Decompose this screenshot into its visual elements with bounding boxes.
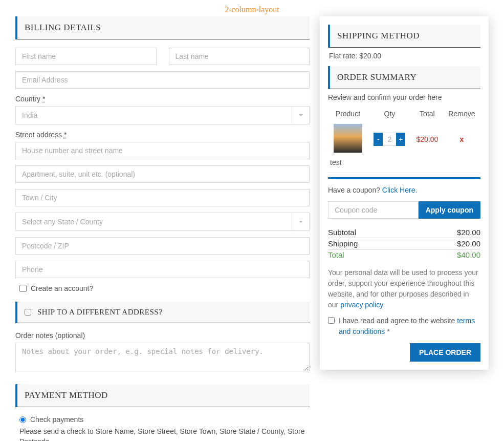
place-order-button[interactable]: PLACE ORDER bbox=[410, 343, 480, 362]
billing-heading: BILLING DETAILS bbox=[15, 16, 310, 39]
privacy-note: Your personal data will be used to proce… bbox=[328, 267, 480, 310]
qty-value[interactable]: 2 bbox=[383, 133, 396, 146]
postcode-input[interactable] bbox=[15, 237, 310, 255]
street-label: Street address * bbox=[15, 131, 310, 139]
col-total: Total bbox=[411, 107, 443, 121]
privacy-policy-link[interactable]: privacy policy bbox=[340, 301, 383, 309]
totals-table: Subtotal $20.00 Shipping $20.00 Total $4… bbox=[328, 227, 480, 260]
chevron-down-icon bbox=[292, 107, 309, 124]
country-select[interactable]: India bbox=[15, 106, 310, 124]
quantity-stepper: - 2 + bbox=[374, 133, 405, 146]
ship-different-heading: SHIP TO A DIFFERENT ADDRESS? bbox=[15, 302, 310, 323]
chevron-down-icon bbox=[292, 213, 309, 230]
product-thumbnail bbox=[334, 124, 362, 153]
order-item-row: - 2 + $20.00 x bbox=[328, 121, 480, 157]
right-column: SHIPPING METHOD Flat rate: $20.00 ORDER … bbox=[320, 16, 489, 370]
order-summary-heading: ORDER SUMMARY bbox=[328, 66, 480, 89]
flat-rate-text: Flat rate: $20.00 bbox=[328, 52, 480, 60]
total-label: Total bbox=[328, 249, 413, 261]
item-total: $20.00 bbox=[411, 121, 443, 157]
coupon-toggle-link[interactable]: Click Here. bbox=[382, 186, 417, 194]
payment-heading: PAYMENT METHOD bbox=[15, 384, 310, 407]
payment-check-desc: Please send a check to Store Name, Store… bbox=[19, 427, 310, 441]
order-notes-label: Order notes (optional) bbox=[15, 331, 310, 340]
state-select[interactable]: Select any State / County bbox=[15, 213, 310, 231]
layout-label: 2-column-layout bbox=[15, 5, 489, 14]
payment-check-option[interactable]: Check payments bbox=[19, 415, 310, 424]
col-qty: Qty bbox=[368, 107, 411, 121]
city-input[interactable] bbox=[15, 189, 310, 206]
ship-different-checkbox[interactable] bbox=[25, 309, 31, 316]
qty-plus-button[interactable]: + bbox=[396, 133, 405, 146]
checkout-container: BILLING DETAILS Country * India Street a… bbox=[15, 16, 489, 441]
order-items-table: Product Qty Total Remove - 2 + bbox=[328, 107, 480, 157]
street1-input[interactable] bbox=[15, 142, 310, 159]
shipping-value: $20.00 bbox=[413, 238, 480, 249]
email-input[interactable] bbox=[15, 71, 310, 89]
create-account-label: Create an account? bbox=[31, 284, 93, 292]
remove-item-button[interactable]: x bbox=[460, 135, 464, 143]
shipping-label: Shipping bbox=[328, 238, 413, 249]
review-text: Review and confirm your order here bbox=[328, 93, 480, 101]
total-value: $40.00 bbox=[413, 249, 480, 261]
subtotal-value: $20.00 bbox=[413, 227, 480, 238]
order-notes-textarea[interactable] bbox=[15, 343, 310, 371]
terms-checkbox[interactable] bbox=[328, 317, 335, 324]
apply-coupon-button[interactable]: Apply coupon bbox=[419, 201, 480, 219]
country-label: Country * bbox=[15, 95, 310, 103]
create-account-checkbox[interactable] bbox=[19, 285, 27, 292]
col-remove: Remove bbox=[443, 107, 480, 121]
first-name-input[interactable] bbox=[15, 48, 157, 65]
subtotal-label: Subtotal bbox=[328, 227, 413, 238]
left-column: BILLING DETAILS Country * India Street a… bbox=[15, 16, 310, 441]
col-product: Product bbox=[328, 107, 368, 121]
shipping-method-heading: SHIPPING METHOD bbox=[328, 25, 480, 48]
phone-input[interactable] bbox=[15, 261, 310, 278]
coupon-input[interactable] bbox=[328, 201, 419, 219]
last-name-input[interactable] bbox=[169, 48, 310, 65]
street2-input[interactable] bbox=[15, 165, 310, 183]
terms-label: I have read and agree to the website ter… bbox=[339, 316, 480, 337]
qty-minus-button[interactable]: - bbox=[374, 133, 383, 146]
item-name: test bbox=[328, 157, 480, 173]
payment-check-radio[interactable] bbox=[19, 416, 26, 423]
coupon-prompt: Have a coupon? Click Here. bbox=[328, 177, 480, 194]
